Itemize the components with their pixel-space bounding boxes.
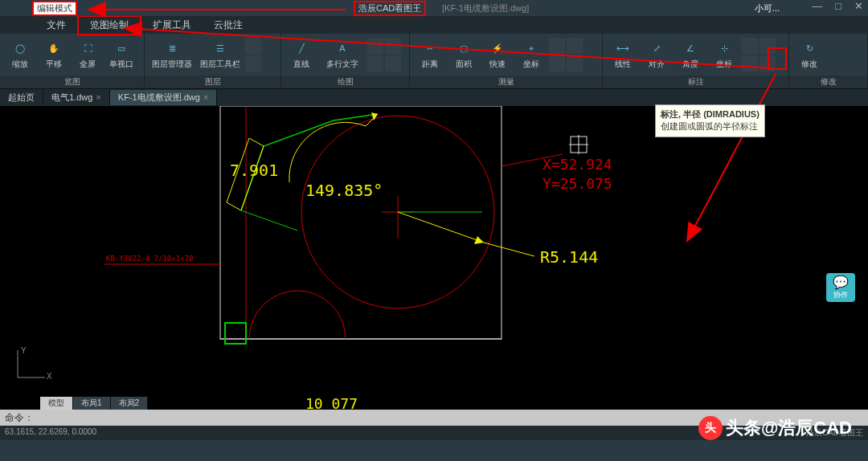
draw-s3[interactable] bbox=[367, 55, 383, 71]
layers-icon: ≣ bbox=[163, 39, 181, 57]
menu-ext-tools[interactable]: 扩展工具 bbox=[141, 17, 203, 34]
coord-button[interactable]: ⌖坐标 bbox=[514, 39, 548, 70]
tooltip-dimradius: 标注, 半径 (DIMRADIUS) 创建圆或圆弧的半径标注 bbox=[655, 104, 765, 137]
maximize-icon[interactable]: □ bbox=[835, 0, 841, 12]
tab-close-icon[interactable]: × bbox=[96, 92, 100, 102]
menu-file[interactable]: 文件 bbox=[35, 17, 77, 34]
line-icon: ╱ bbox=[293, 39, 310, 57]
svg-line-16 bbox=[484, 243, 534, 256]
group-measure-label: 测量 bbox=[410, 75, 602, 88]
svg-line-12 bbox=[249, 138, 264, 146]
tab-close-icon[interactable]: × bbox=[203, 92, 208, 102]
ribbon: ◯缩放 ✋平移 ⛶全屏 ▭单视口 览图 ≣图层管理器 ☰图层工具栏 图层 ╱直线… bbox=[0, 34, 868, 88]
pan-icon: ✋ bbox=[45, 39, 63, 57]
dim-linear-icon: ⟷ bbox=[614, 39, 632, 57]
modify-button[interactable]: ↻修改 bbox=[792, 39, 826, 70]
svg-text:Y: Y bbox=[21, 346, 27, 355]
chat-icon: 💬 bbox=[833, 275, 849, 290]
group-draw-label: 绘图 bbox=[281, 75, 409, 88]
collab-button[interactable]: 💬协作 bbox=[826, 273, 855, 302]
cable-note-text: KB-YJV22-4 7/10+1×70 bbox=[106, 255, 193, 263]
dim-angle-button[interactable]: ∠角度 bbox=[674, 39, 707, 70]
dim-ord-button[interactable]: ⊹坐标 bbox=[707, 39, 741, 70]
svg-marker-17 bbox=[474, 236, 484, 244]
dim-length-text: 7.901 bbox=[230, 161, 278, 180]
dim-s3[interactable] bbox=[742, 55, 758, 71]
quick-icon: ⚡ bbox=[489, 39, 506, 57]
drawing-canvas[interactable]: 7.901 149.835° R5.144 X=52.924 Y=25.075 … bbox=[0, 106, 868, 410]
layer-toolbar-button[interactable]: ☰图层工具栏 bbox=[196, 39, 244, 70]
ucs-icon: YX bbox=[11, 344, 51, 386]
group-view-label: 览图 bbox=[0, 75, 144, 88]
tooltip-body: 创建圆或圆弧的半径标注 bbox=[661, 121, 758, 131]
layer-small-1[interactable] bbox=[245, 38, 261, 54]
bottom-dim-text: 10 077 bbox=[305, 395, 358, 410]
draw-s1[interactable] bbox=[367, 38, 383, 54]
group-modify-label: 修改 bbox=[789, 75, 867, 88]
svg-line-15 bbox=[398, 212, 484, 243]
dim-angle-text: 149.835° bbox=[305, 181, 383, 200]
viewport-icon: ▭ bbox=[113, 39, 130, 57]
layout-model[interactable]: 模型 bbox=[40, 397, 73, 410]
layer-toolbar-icon: ☰ bbox=[211, 39, 229, 57]
tab-start[interactable]: 起始页 bbox=[0, 90, 43, 105]
line-button[interactable]: ╱直线 bbox=[285, 39, 318, 70]
dim-ord-icon: ⊹ bbox=[715, 39, 733, 57]
draw-s4[interactable] bbox=[385, 55, 401, 71]
user-name[interactable]: 小可... bbox=[755, 2, 780, 14]
dim-angle-icon: ∠ bbox=[682, 39, 699, 57]
status-coords: 63.1615, 22.6269, 0.0000 bbox=[5, 427, 96, 439]
draw-s2[interactable] bbox=[385, 38, 401, 54]
mode-badge: 编辑模式 bbox=[32, 1, 77, 16]
coord-icon: ⌖ bbox=[522, 39, 540, 57]
watermark-logo-icon: 头 bbox=[698, 416, 723, 440]
dim-linear-button[interactable]: ⟷线性 bbox=[606, 39, 640, 70]
text-icon: A bbox=[334, 39, 351, 57]
tooltip-head: 标注, 半径 (DIMRADIUS) bbox=[661, 109, 760, 119]
meas-s4[interactable] bbox=[567, 55, 583, 71]
coord-x-text: X=52.924 bbox=[542, 156, 612, 173]
group-dim-label: 标注 bbox=[603, 75, 788, 88]
close-icon[interactable]: ✕ bbox=[854, 0, 863, 12]
coord-y-text: Y=25.075 bbox=[542, 175, 612, 192]
area-button[interactable]: ▢面积 bbox=[447, 39, 481, 70]
zoom-button[interactable]: ◯缩放 bbox=[3, 39, 37, 70]
distance-button[interactable]: ↔距离 bbox=[413, 39, 447, 70]
svg-line-11 bbox=[227, 202, 241, 210]
tab-dwg1[interactable]: 电气1.dwg× bbox=[43, 90, 110, 105]
meas-s3[interactable] bbox=[549, 55, 565, 71]
modify-icon: ↻ bbox=[800, 39, 818, 57]
layout-1[interactable]: 布局1 bbox=[73, 397, 111, 410]
svg-text:X: X bbox=[47, 372, 51, 381]
meas-s2[interactable] bbox=[567, 38, 583, 54]
svg-rect-0 bbox=[220, 106, 502, 339]
watermark: 头 头条@浩辰CAD bbox=[698, 416, 852, 440]
meas-s1[interactable] bbox=[549, 38, 565, 54]
zoom-icon: ◯ bbox=[11, 39, 29, 57]
layout-tabs: 模型 布局1 布局2 bbox=[40, 397, 148, 410]
area-icon: ▢ bbox=[455, 39, 473, 57]
app-title: 浩辰CAD看图王 bbox=[354, 1, 426, 16]
dim-aligned-button[interactable]: ⤢对齐 bbox=[640, 39, 674, 70]
dim-aligned-icon: ⤢ bbox=[648, 39, 665, 57]
fullscreen-icon: ⛶ bbox=[79, 39, 96, 57]
fullscreen-button[interactable]: ⛶全屏 bbox=[71, 39, 104, 70]
layer-small-2[interactable] bbox=[245, 55, 261, 71]
dim-s1[interactable] bbox=[742, 38, 758, 54]
single-viewport-button[interactable]: ▭单视口 bbox=[104, 39, 138, 70]
minimize-icon[interactable]: — bbox=[812, 0, 822, 12]
group-layer-label: 图层 bbox=[145, 75, 280, 88]
quick-button[interactable]: ⚡快速 bbox=[481, 39, 514, 70]
dim-radius-text: R5.144 bbox=[540, 247, 598, 267]
menu-cloud-annot[interactable]: 云批注 bbox=[203, 17, 254, 34]
menu-view-draw[interactable]: 览图绘制 bbox=[77, 15, 141, 35]
pan-button[interactable]: ✋平移 bbox=[37, 39, 71, 70]
mtext-button[interactable]: A多行文字 bbox=[318, 39, 366, 70]
svg-rect-8 bbox=[225, 323, 246, 344]
title-filename: [KF-1电缆敷设图.dwg] bbox=[442, 2, 529, 14]
layout-2[interactable]: 布局2 bbox=[111, 397, 149, 410]
menubar: 文件 览图绘制 扩展工具 云批注 bbox=[0, 16, 868, 34]
tab-dwg2[interactable]: KF-1电缆敷设图.dwg× bbox=[110, 90, 218, 105]
layer-manager-button[interactable]: ≣图层管理器 bbox=[148, 39, 196, 70]
distance-icon: ↔ bbox=[421, 39, 439, 57]
